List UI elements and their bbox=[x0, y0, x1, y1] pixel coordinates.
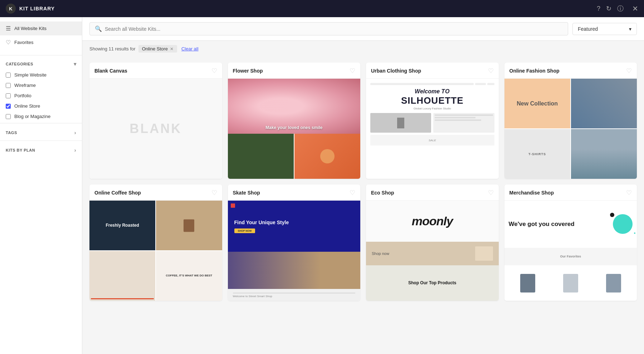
kit-thumb-flower: Make your loved ones smile bbox=[228, 79, 361, 179]
kit-thumb-merch: We've got you covered Our Favorites bbox=[504, 201, 637, 301]
grid-area: Blank Canvas ♡ BLANK Flower Shop ♡ bbox=[82, 57, 644, 354]
kit-card-skate-shop[interactable]: Skate Shop ♡ Find Your Unique Style SHOP… bbox=[228, 185, 361, 301]
kit-card-online-fashion[interactable]: Online Fashion Shop ♡ New Collection T-S… bbox=[504, 63, 637, 179]
main-layout: ☰ All Website Kits ♡ Favorites CATEGORIE… bbox=[0, 17, 644, 354]
kit-favorite-coffee[interactable]: ♡ bbox=[211, 189, 217, 197]
top-bar-icons: ? ↻ ⓘ ✕ bbox=[597, 4, 638, 13]
sidebar-section-main: ☰ All Website Kits ♡ Favorites bbox=[0, 17, 82, 54]
category-online-store-checkbox[interactable] bbox=[6, 104, 11, 109]
categories-header[interactable]: CATEGORIES ▾ bbox=[0, 57, 82, 70]
kit-favorite-merch[interactable]: ♡ bbox=[626, 189, 632, 197]
top-bar: K KIT LIBRARY ? ↻ ⓘ ✕ bbox=[0, 0, 644, 17]
app-title: KIT LIBRARY bbox=[19, 6, 55, 11]
kit-title-fashion: Online Fashion Shop bbox=[509, 68, 560, 74]
kit-favorite-fashion[interactable]: ♡ bbox=[626, 67, 632, 75]
app-logo: K bbox=[6, 4, 16, 14]
kit-favorite-blank[interactable]: ♡ bbox=[211, 67, 217, 75]
search-input-wrap[interactable]: 🔍 bbox=[89, 22, 568, 35]
kit-thumb-fashion: New Collection T-SHIRTS bbox=[504, 79, 637, 179]
sidebar: ☰ All Website Kits ♡ Favorites CATEGORIE… bbox=[0, 17, 82, 354]
close-icon[interactable]: ✕ bbox=[632, 4, 638, 13]
kit-thumb-skate: Find Your Unique Style SHOP NOW Welcome … bbox=[228, 201, 361, 301]
kits-by-plan-expand-icon[interactable]: › bbox=[74, 147, 76, 153]
search-icon: 🔍 bbox=[95, 25, 102, 32]
kits-by-plan-header[interactable]: KITS BY PLAN › bbox=[0, 142, 82, 157]
category-blog-magazine[interactable]: Blog or Magazine bbox=[0, 111, 82, 122]
kit-card-header-flower: Flower Shop ♡ bbox=[228, 63, 361, 79]
content-area: 🔍 Featured ▾ Showing 11 results for Onli… bbox=[82, 17, 644, 354]
kit-card-header-eco: Eco Shop ♡ bbox=[366, 185, 499, 201]
kit-favorite-flower[interactable]: ♡ bbox=[350, 67, 355, 75]
kit-title-blank: Blank Canvas bbox=[94, 68, 127, 74]
filter-tag-remove-icon[interactable]: ✕ bbox=[170, 46, 174, 51]
top-bar-left: K KIT LIBRARY bbox=[6, 4, 55, 14]
sidebar-divider-2 bbox=[0, 123, 82, 123]
kit-title-merch: Merchandise Shop bbox=[509, 190, 554, 196]
kit-grid: Blank Canvas ♡ BLANK Flower Shop ♡ bbox=[89, 63, 637, 301]
info-icon[interactable]: ⓘ bbox=[617, 4, 624, 13]
kit-card-flower-shop[interactable]: Flower Shop ♡ Make your loved ones smile bbox=[228, 63, 361, 179]
menu-icon: ☰ bbox=[6, 25, 11, 32]
category-portfolio[interactable]: Portfolio bbox=[0, 90, 82, 101]
kit-favorite-urban[interactable]: ♡ bbox=[488, 67, 494, 75]
clear-all-button[interactable]: Clear all bbox=[181, 46, 199, 51]
category-online-store[interactable]: Online Store bbox=[0, 101, 82, 111]
sidebar-divider-1 bbox=[0, 55, 82, 55]
filter-showing-text: Showing 11 results for bbox=[89, 46, 136, 51]
kit-card-header-skate: Skate Shop ♡ bbox=[228, 185, 361, 201]
kit-card-header-fashion: Online Fashion Shop ♡ bbox=[504, 63, 637, 79]
kit-card-eco-shop[interactable]: Eco Shop ♡ moonly Shop now Shop Our Top … bbox=[366, 185, 499, 301]
category-portfolio-checkbox[interactable] bbox=[6, 93, 11, 98]
kit-card-blank-canvas[interactable]: Blank Canvas ♡ BLANK bbox=[89, 63, 222, 179]
kit-card-coffee-shop[interactable]: Online Coffee Shop ♡ Freshly Roasted bbox=[89, 185, 222, 301]
help-icon[interactable]: ? bbox=[597, 5, 600, 13]
kit-thumb-blank: BLANK bbox=[89, 79, 222, 179]
kit-card-urban-clothing[interactable]: Urban Clothing Shop ♡ Welcome TO bbox=[366, 63, 499, 179]
kit-title-skate: Skate Shop bbox=[233, 190, 260, 196]
sidebar-item-favorites[interactable]: ♡ Favorites bbox=[0, 35, 82, 49]
tags-expand-icon[interactable]: › bbox=[74, 130, 76, 136]
kit-card-header-coffee: Online Coffee Shop ♡ bbox=[89, 185, 222, 201]
sort-chevron-icon: ▾ bbox=[629, 26, 631, 32]
kit-title-urban: Urban Clothing Shop bbox=[371, 68, 421, 74]
skate-footer: Welcome to Street Smart Shop bbox=[228, 290, 361, 301]
search-input[interactable] bbox=[105, 26, 563, 32]
kit-card-header-urban: Urban Clothing Shop ♡ bbox=[366, 63, 499, 79]
sync-icon[interactable]: ↻ bbox=[606, 5, 611, 13]
kit-title-eco: Eco Shop bbox=[371, 190, 394, 196]
filter-bar: Showing 11 results for Online Store ✕ Cl… bbox=[82, 41, 644, 57]
sidebar-divider-3 bbox=[0, 141, 82, 141]
kit-favorite-skate[interactable]: ♡ bbox=[350, 189, 355, 197]
kit-card-header-merch: Merchandise Shop ♡ bbox=[504, 185, 637, 201]
categories-collapse-icon[interactable]: ▾ bbox=[74, 61, 77, 67]
kit-title-coffee: Online Coffee Shop bbox=[94, 190, 141, 196]
kit-card-merchandise[interactable]: Merchandise Shop ♡ We've got you covered bbox=[504, 185, 637, 301]
category-simple-website-checkbox[interactable] bbox=[6, 73, 11, 78]
category-wireframe[interactable]: Wireframe bbox=[0, 80, 82, 90]
filter-tag-label: Online Store bbox=[142, 46, 168, 51]
kit-favorite-eco[interactable]: ♡ bbox=[488, 189, 494, 197]
tags-header[interactable]: TAGS › bbox=[0, 125, 82, 139]
kit-card-header-blank: Blank Canvas ♡ bbox=[89, 63, 222, 79]
sort-dropdown[interactable]: Featured ▾ bbox=[572, 23, 637, 35]
category-wireframe-checkbox[interactable] bbox=[6, 83, 11, 88]
kit-title-flower: Flower Shop bbox=[233, 68, 263, 74]
kit-thumb-eco: moonly Shop now Shop Our Top Products bbox=[366, 201, 499, 301]
category-blog-checkbox[interactable] bbox=[6, 114, 11, 119]
category-simple-website[interactable]: Simple Website bbox=[0, 70, 82, 80]
filter-tag-online-store: Online Store ✕ bbox=[138, 45, 177, 53]
categories-list: Simple Website Wireframe Portfolio Onlin… bbox=[0, 70, 82, 122]
heart-icon: ♡ bbox=[6, 39, 11, 46]
sidebar-item-all-kits[interactable]: ☰ All Website Kits bbox=[0, 21, 82, 35]
kit-thumb-coffee: Freshly Roasted COFFEE, IT'S WHAT WE DO … bbox=[89, 201, 222, 301]
search-bar: 🔍 Featured ▾ bbox=[82, 17, 644, 41]
kit-thumb-urban: Welcome TO SILHOUETTE Global Luxury Fash… bbox=[366, 79, 499, 179]
